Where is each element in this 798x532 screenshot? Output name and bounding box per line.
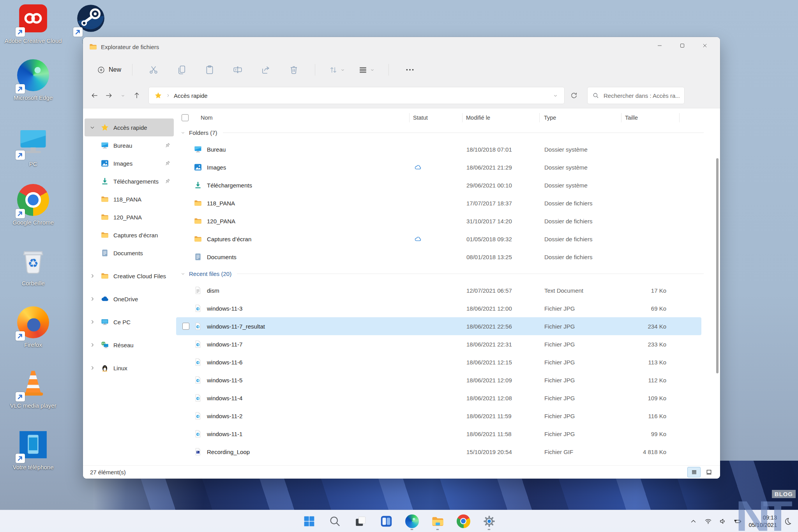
column-header-nom[interactable]: Nom [201, 115, 409, 121]
sidebar-item[interactable]: Accès rapide [85, 118, 174, 136]
delete-button[interactable] [289, 65, 299, 75]
sort-button[interactable] [328, 65, 346, 75]
file-row[interactable]: Captures d’écran 01/05/2018 09:32 Dossie… [176, 230, 701, 248]
sidebar-item[interactable]: Bureau [85, 136, 174, 154]
address-dropdown-icon[interactable] [552, 92, 559, 99]
address-bar[interactable]: Accès rapide [148, 87, 565, 104]
desktop-icon-label: Corbeille [21, 280, 44, 287]
column-header-statut[interactable]: Statut [409, 113, 462, 122]
sidebar-item[interactable]: 120_PANA [85, 208, 174, 226]
sidebar-item[interactable]: Images [85, 154, 174, 172]
file-row[interactable]: 118_PANA 17/07/2017 18:37 Dossier de fic… [176, 194, 701, 212]
sidebar-item[interactable]: OneDrive [85, 290, 174, 308]
file-row[interactable]: windows-11-5 18/06/2021 12:09 Fichier JP… [176, 371, 701, 389]
large-icons-view-button[interactable] [702, 467, 715, 477]
column-header-modifie-le[interactable]: Modifié le [462, 113, 539, 122]
file-row[interactable]: Documents 08/01/2018 13:25 Dossier de fi… [176, 248, 701, 266]
taskbar-button[interactable] [377, 511, 395, 531]
taskbar-button[interactable] [326, 511, 344, 531]
taskbar-button[interactable] [454, 511, 472, 531]
up-button[interactable] [130, 88, 144, 103]
sidebar-item[interactable]: 118_PANA [85, 190, 174, 208]
desktop-icon[interactable]: ♻ Corbeille [4, 245, 62, 287]
view-button[interactable] [358, 65, 375, 75]
back-button[interactable] [88, 88, 102, 103]
file-row[interactable]: windows-11-3 18/06/2021 12:00 Fichier JP… [176, 299, 701, 317]
scrollbar-thumb[interactable] [716, 158, 719, 373]
sidebar-item[interactable]: Creative Cloud Files [85, 267, 174, 285]
details-view-button[interactable] [687, 467, 701, 477]
scrollbar[interactable] [715, 111, 719, 464]
chevron-down-icon[interactable] [89, 124, 95, 131]
sidebar-item[interactable]: Captures d’écran [85, 226, 174, 244]
maximize-button[interactable] [671, 39, 694, 53]
desktop-icon[interactable]: Adobe Creative Cloud [4, 2, 62, 45]
tray-overflow-button[interactable] [689, 517, 697, 525]
file-row[interactable]: Images 18/06/2021 21:29 Dossier système [176, 158, 701, 176]
file-name: 118_PANA [207, 200, 410, 207]
desktop-icon[interactable]: Microsoft Edge [4, 59, 62, 102]
taskbar-button[interactable] [351, 511, 369, 531]
taskbar-button[interactable] [429, 511, 447, 531]
clock[interactable]: 09:13 05/10/2021 [749, 514, 777, 528]
file-row[interactable]: windows-11-7_resultat 18/06/2021 22:56 F… [176, 317, 701, 335]
refresh-button[interactable] [567, 88, 581, 103]
search-input[interactable] [604, 92, 680, 99]
more-button[interactable] [405, 65, 415, 75]
titlebar[interactable]: Explorateur de fichiers [83, 37, 720, 57]
file-row[interactable]: Bureau 18/10/2018 07:01 Dossier système [176, 140, 701, 158]
select-all-checkbox[interactable] [182, 114, 189, 121]
wifi-icon[interactable] [704, 517, 712, 525]
file-size: 69 Ko [622, 305, 680, 312]
sidebar-item[interactable]: Linux [85, 359, 174, 377]
volume-icon[interactable] [719, 517, 727, 525]
chevron-right-icon[interactable] [89, 342, 95, 348]
file-row[interactable]: Téléchargements 29/06/2021 00:10 Dossier… [176, 176, 701, 194]
file-row[interactable]: windows-11-7 18/06/2021 22:31 Fichier JP… [176, 335, 701, 353]
taskbar-button[interactable] [480, 511, 498, 531]
row-checkbox[interactable] [182, 323, 189, 330]
chevron-right-icon[interactable] [89, 365, 95, 371]
desktop-icon[interactable]: Firefox [4, 306, 62, 349]
share-button[interactable] [261, 65, 271, 75]
recent-locations-button[interactable] [116, 88, 130, 103]
section-header-recent-files[interactable]: Recent files (20) [175, 266, 720, 281]
desktop-icon[interactable]: Google Chrome [4, 184, 62, 226]
minimize-button[interactable] [648, 39, 671, 53]
battery-icon[interactable] [734, 517, 742, 525]
taskbar-button[interactable] [300, 511, 318, 531]
file-type: Text Document [540, 287, 622, 294]
focus-assist-icon[interactable] [784, 517, 792, 525]
desktop-icon[interactable]: VLC media player [4, 367, 62, 410]
documents-folder-icon [194, 253, 202, 261]
paste-button[interactable] [205, 65, 215, 75]
chevron-right-icon[interactable] [89, 273, 95, 279]
sidebar-item[interactable]: Réseau [85, 336, 174, 354]
sidebar-item[interactable]: Téléchargements [85, 172, 174, 190]
file-row[interactable]: windows-11-1 18/06/2021 11:58 Fichier JP… [176, 425, 701, 443]
rename-button[interactable] [233, 65, 243, 75]
sidebar-item[interactable]: Ce PC [85, 313, 174, 331]
taskbar-button[interactable] [403, 511, 421, 531]
column-header-type[interactable]: Type [539, 113, 621, 122]
file-row[interactable]: windows-11-4 18/06/2021 12:08 Fichier JP… [176, 389, 701, 407]
desktop-icon[interactable]: Votre téléphone [4, 429, 62, 471]
close-button[interactable] [694, 39, 716, 53]
file-row[interactable]: windows-11-2 18/06/2021 11:59 Fichier JP… [176, 407, 701, 425]
breadcrumb[interactable]: Accès rapide [174, 92, 208, 99]
file-row[interactable]: Recording_Loop 15/10/2019 20:54 Fichier … [176, 443, 701, 461]
file-row[interactable]: dism 12/07/2021 06:57 Text Document 17 K… [176, 281, 701, 299]
cut-button[interactable] [148, 65, 159, 75]
column-header-taille[interactable]: Taille [621, 113, 680, 122]
new-button[interactable]: New [93, 64, 125, 76]
forward-button[interactable] [102, 88, 116, 103]
file-row[interactable]: 120_PANA 31/10/2017 14:20 Dossier de fic… [176, 212, 701, 230]
chevron-right-icon[interactable] [89, 319, 95, 325]
desktop-icon[interactable]: PC [4, 125, 62, 168]
search-box[interactable] [587, 87, 685, 104]
sidebar-item[interactable]: Documents [85, 244, 174, 262]
section-header-folders[interactable]: Folders (7) [175, 125, 720, 140]
file-row[interactable]: windows-11-6 18/06/2021 12:15 Fichier JP… [176, 353, 701, 371]
copy-button[interactable] [177, 65, 187, 75]
chevron-right-icon[interactable] [89, 296, 95, 302]
